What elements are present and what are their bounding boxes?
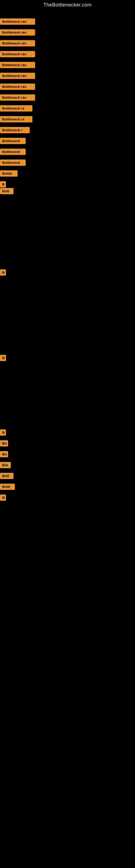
bottleneck-button-1[interactable]: Bottleneck res xyxy=(0,19,35,25)
bottleneck-button-26[interactable]: B xyxy=(0,495,6,501)
bottleneck-button-22[interactable]: Bo xyxy=(0,451,8,457)
bottleneck-button-21[interactable]: Bo xyxy=(0,440,8,446)
bottleneck-button-10[interactable]: Bottleneck re xyxy=(0,116,32,122)
bottleneck-button-12[interactable]: Bottleneck xyxy=(0,138,26,144)
bottleneck-button-14[interactable]: Bottleneck xyxy=(0,159,26,166)
bottleneck-button-19[interactable]: B xyxy=(0,355,6,361)
bottleneck-button-4[interactable]: Bottleneck res xyxy=(0,51,35,57)
site-title: TheBottlenecker.com xyxy=(0,0,135,9)
bottleneck-button-24[interactable]: Bott xyxy=(0,473,13,479)
bottleneck-button-6[interactable]: Bottleneck res xyxy=(0,73,35,79)
bottleneck-button-5[interactable]: Bottleneck res xyxy=(0,62,35,68)
bottleneck-button-7[interactable]: Bottleneck res xyxy=(0,84,35,90)
bottleneck-button-18[interactable]: B xyxy=(0,269,6,276)
bottleneck-button-17[interactable]: Bott xyxy=(0,188,13,194)
bottleneck-button-8[interactable]: Bottleneck res xyxy=(0,94,35,101)
bottleneck-button-23[interactable]: Bot xyxy=(0,462,11,468)
bottleneck-button-16[interactable]: B xyxy=(0,181,6,187)
bottleneck-button-15[interactable]: Bottle xyxy=(0,170,17,177)
bottleneck-button-9[interactable]: Bottleneck re xyxy=(0,105,32,112)
bottleneck-button-11[interactable]: Bottleneck r xyxy=(0,127,30,133)
bottleneck-button-2[interactable]: Bottleneck res xyxy=(0,29,35,35)
bottleneck-button-20[interactable]: B xyxy=(0,429,6,436)
bottleneck-button-13[interactable]: Bottleneck xyxy=(0,149,26,155)
bottleneck-button-3[interactable]: Bottleneck res xyxy=(0,40,35,46)
bottleneck-button-25[interactable]: Bottl xyxy=(0,484,15,490)
